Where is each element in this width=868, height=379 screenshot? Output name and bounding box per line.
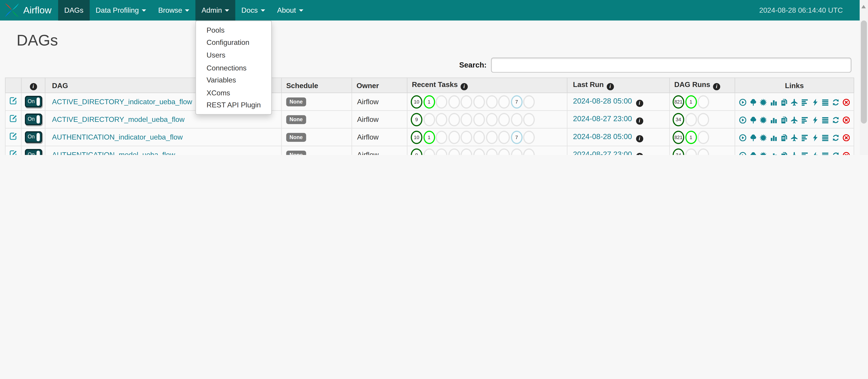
task-state-circle-success[interactable]: 9 [411, 148, 422, 155]
logs-icon[interactable] [822, 134, 829, 141]
task-state-circle-empty[interactable] [448, 95, 460, 108]
tree-view-icon[interactable] [749, 151, 757, 155]
delete-dag-icon[interactable] [842, 151, 850, 155]
task-state-circle-empty[interactable] [523, 148, 535, 155]
nav-item-browse[interactable]: Browse [152, 0, 196, 20]
dag-link[interactable]: ACTIVE_DIRECTORY_indicator_ueba_flow [52, 97, 192, 106]
logs-icon[interactable] [822, 116, 829, 124]
logs-icon[interactable] [822, 151, 829, 155]
task-tries-icon[interactable] [780, 116, 788, 124]
search-input[interactable] [491, 58, 851, 72]
info-icon[interactable] [713, 83, 720, 90]
trigger-dag-icon[interactable] [739, 134, 746, 141]
task-state-circle-empty[interactable] [685, 113, 696, 126]
nav-item-dags[interactable]: DAGs [58, 0, 90, 20]
task-state-circle-empty[interactable] [698, 113, 709, 126]
task-state-circle-empty[interactable] [523, 95, 535, 108]
dag-on-off-toggle[interactable]: On [25, 149, 42, 155]
header-owner[interactable]: Owner [352, 78, 407, 93]
graph-view-icon[interactable] [760, 98, 767, 106]
task-state-circle-empty[interactable] [486, 95, 497, 108]
task-state-circle-empty[interactable] [423, 148, 435, 155]
task-state-circle-none[interactable]: 7 [511, 95, 522, 108]
scroll-up-arrow-icon[interactable] [861, 5, 866, 8]
landing-times-icon[interactable] [790, 116, 798, 124]
refresh-icon[interactable] [832, 151, 839, 155]
task-duration-icon[interactable] [770, 151, 777, 155]
delete-dag-icon[interactable] [842, 116, 850, 124]
task-state-circle-empty[interactable] [436, 130, 447, 144]
task-state-circle-empty[interactable] [498, 113, 510, 126]
schedule-badge[interactable]: None [286, 150, 306, 155]
task-state-circle-empty[interactable] [461, 113, 472, 126]
task-state-circle-empty[interactable] [473, 95, 485, 108]
info-icon[interactable] [461, 83, 468, 90]
menu-item-pools[interactable]: Pools [196, 24, 272, 36]
task-state-circle-empty[interactable] [685, 148, 696, 155]
menu-item-users[interactable]: Users [196, 49, 272, 61]
task-state-circle-empty[interactable] [498, 148, 510, 155]
dag-on-off-toggle[interactable]: On [25, 114, 42, 125]
nav-item-docs[interactable]: Docs [235, 0, 271, 20]
task-state-circle-none[interactable]: 7 [511, 130, 522, 144]
task-state-circle-success[interactable]: 9 [411, 113, 422, 126]
last-run-link[interactable]: 2024-08-27 23:00 [573, 114, 632, 123]
menu-item-variables[interactable]: Variables [196, 74, 272, 86]
info-icon[interactable] [607, 83, 614, 90]
landing-times-icon[interactable] [790, 151, 798, 155]
task-state-circle-empty[interactable] [523, 130, 535, 144]
task-state-circle-empty[interactable] [461, 130, 472, 144]
task-tries-icon[interactable] [780, 98, 788, 106]
task-state-circle-empty[interactable] [448, 113, 460, 126]
edit-dag-icon[interactable] [9, 150, 17, 155]
trigger-dag-icon[interactable] [739, 116, 746, 124]
airflow-brand[interactable]: Airflow [0, 0, 58, 20]
code-view-icon[interactable] [811, 116, 819, 124]
scrollbar-thumb[interactable] [861, 20, 867, 123]
task-state-circle-empty[interactable] [448, 148, 460, 155]
vertical-scrollbar[interactable] [859, 0, 868, 155]
delete-dag-icon[interactable] [842, 98, 850, 106]
refresh-icon[interactable] [832, 98, 839, 106]
task-state-circle-empty[interactable] [511, 148, 522, 155]
tree-view-icon[interactable] [749, 116, 757, 124]
gantt-view-icon[interactable] [801, 134, 808, 141]
gantt-view-icon[interactable] [801, 151, 808, 155]
nav-item-data-profiling[interactable]: Data Profiling [89, 0, 152, 20]
task-state-circle-running[interactable]: 1 [423, 95, 435, 108]
task-tries-icon[interactable] [780, 134, 788, 141]
refresh-icon[interactable] [832, 116, 839, 124]
graph-view-icon[interactable] [760, 134, 767, 141]
dag-on-off-toggle[interactable]: On [25, 96, 42, 107]
edit-dag-icon[interactable] [9, 97, 17, 105]
code-view-icon[interactable] [811, 98, 819, 106]
task-duration-icon[interactable] [770, 116, 777, 124]
task-state-circle-empty[interactable] [486, 113, 497, 126]
task-state-circle-empty[interactable] [436, 148, 447, 155]
task-state-circle-running[interactable]: 1 [685, 130, 696, 144]
task-state-circle-empty[interactable] [473, 148, 485, 155]
landing-times-icon[interactable] [790, 98, 798, 106]
refresh-icon[interactable] [832, 134, 839, 141]
trigger-dag-icon[interactable] [739, 98, 746, 106]
code-view-icon[interactable] [811, 134, 819, 141]
landing-times-icon[interactable] [790, 134, 798, 141]
task-state-circle-empty[interactable] [486, 148, 497, 155]
task-state-circle-empty[interactable] [423, 113, 435, 126]
task-state-circle-success[interactable]: 821 [673, 95, 684, 108]
info-icon[interactable] [30, 83, 37, 90]
task-state-circle-empty[interactable] [436, 95, 447, 108]
menu-item-connections[interactable]: Connections [196, 61, 272, 74]
tree-view-icon[interactable] [749, 134, 757, 141]
task-state-circle-success[interactable]: 34 [673, 113, 684, 126]
task-state-circle-empty[interactable] [461, 148, 472, 155]
graph-view-icon[interactable] [760, 151, 767, 155]
info-icon[interactable] [636, 117, 643, 124]
edit-dag-icon[interactable] [9, 115, 17, 122]
task-state-circle-empty[interactable] [498, 95, 510, 108]
tree-view-icon[interactable] [749, 98, 757, 106]
code-view-icon[interactable] [811, 151, 819, 155]
task-state-circle-empty[interactable] [436, 113, 447, 126]
nav-item-admin[interactable]: Admin Pools Configuration Users Connecti… [195, 0, 235, 20]
edit-dag-icon[interactable] [9, 132, 17, 140]
